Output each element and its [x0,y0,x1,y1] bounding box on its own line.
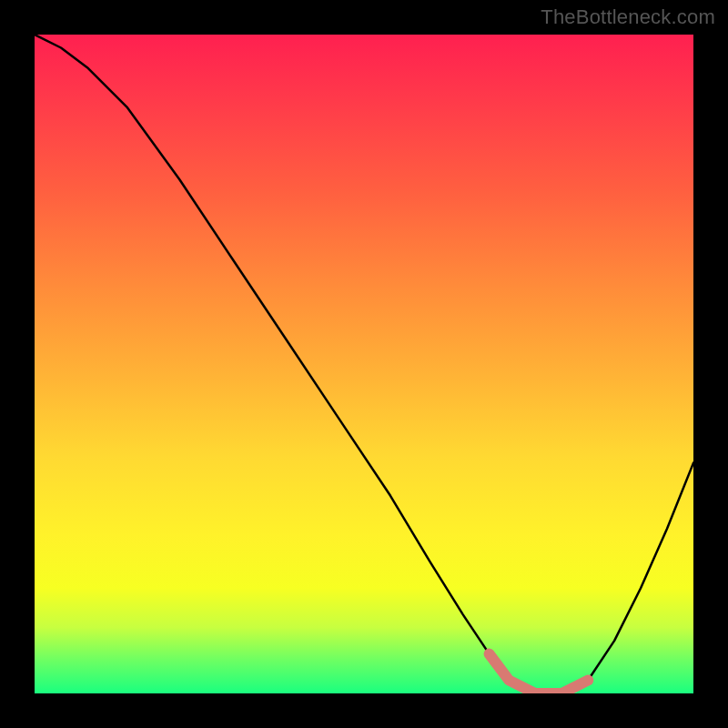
optimal-zone-marker [35,35,693,693]
chart-frame: TheBottleneck.com [0,0,728,728]
plot-area [35,35,693,693]
watermark-text: TheBottleneck.com [541,5,715,29]
